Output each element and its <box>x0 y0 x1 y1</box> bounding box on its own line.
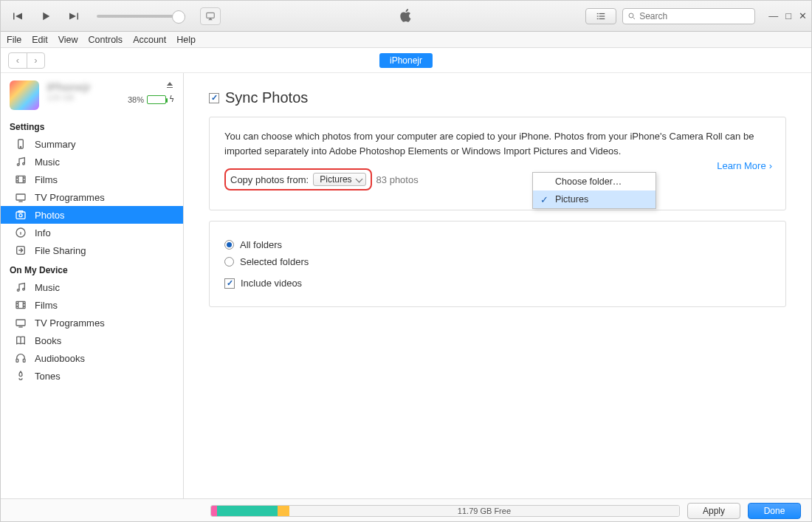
battery-icon <box>147 95 166 104</box>
menu-choose-folder[interactable]: Choose folder… <box>533 173 656 190</box>
maximize-button[interactable]: □ <box>785 10 791 21</box>
device-pill[interactable]: iPhonejr <box>379 53 433 68</box>
airplay-button[interactable] <box>200 7 221 25</box>
sidebar-item-audiobooks[interactable]: Audiobooks <box>1 349 183 367</box>
search-field[interactable] <box>622 8 755 24</box>
sidebar-item-label: Audiobooks <box>35 353 85 364</box>
battery-status: 38% ϟ <box>128 95 174 104</box>
learn-more-link[interactable]: Learn More› <box>717 160 772 171</box>
films-icon <box>14 299 27 311</box>
previous-button[interactable] <box>5 7 30 26</box>
menubar: File Edit View Controls Account Help <box>1 32 811 48</box>
nav-back-button[interactable]: ‹ <box>9 53 27 68</box>
sidebar-item-tones[interactable]: Tones <box>1 367 183 385</box>
music-icon <box>14 281 27 293</box>
sidebar-item-label: Music <box>35 157 60 168</box>
svg-rect-22 <box>16 320 25 326</box>
highlight-ring: Copy photos from: Pictures <box>224 168 372 190</box>
summary-icon <box>14 138 27 150</box>
sidebar-item-info[interactable]: Info <box>1 224 183 241</box>
svg-point-11 <box>23 162 25 165</box>
sidebar-item-music[interactable]: Music <box>1 278 183 296</box>
music-icon <box>14 156 27 168</box>
menu-file[interactable]: File <box>7 35 21 45</box>
source-dropdown[interactable]: Pictures <box>313 173 365 186</box>
sidebar: iPhonejr 128 GB 38% ϟ Settings SummaryMu… <box>1 73 184 498</box>
sidebar-item-label: Films <box>35 300 58 311</box>
svg-point-9 <box>20 146 21 147</box>
svg-rect-6 <box>599 18 605 18</box>
copy-from-row: Copy photos from: Pictures 83 photos <box>224 168 771 190</box>
menu-pictures[interactable]: Pictures <box>533 190 656 208</box>
svg-rect-12 <box>16 176 25 182</box>
sidebar-item-films[interactable]: Films <box>1 296 183 314</box>
source-dropdown-menu: Choose folder… Pictures <box>532 172 656 209</box>
tones-icon <box>14 370 27 382</box>
sidebar-item-summary[interactable]: Summary <box>1 135 183 153</box>
sync-description: You can choose which photos from your co… <box>224 129 771 158</box>
sidebar-item-tv-programmes[interactable]: TV Programmes <box>1 188 183 206</box>
playback-controls <box>5 7 221 26</box>
svg-point-20 <box>23 288 25 290</box>
apple-logo-icon <box>398 7 414 25</box>
sync-photos-title: Sync Photos <box>225 89 308 106</box>
sidebar-item-label: Info <box>35 227 51 238</box>
play-button[interactable] <box>33 7 58 26</box>
menu-account[interactable]: Account <box>133 35 166 45</box>
svg-rect-3 <box>597 16 599 16</box>
titlebar-right: — □ ✕ <box>585 8 807 24</box>
next-button[interactable] <box>61 7 86 26</box>
svg-rect-4 <box>599 16 605 16</box>
close-button[interactable]: ✕ <box>799 10 807 21</box>
volume-slider[interactable] <box>97 15 185 18</box>
menu-controls[interactable]: Controls <box>89 35 123 45</box>
books-icon <box>14 334 27 346</box>
sidebar-item-photos[interactable]: Photos <box>1 206 183 224</box>
radio-selected-folders[interactable] <box>224 257 234 267</box>
sidebar-settings-title: Settings <box>1 116 183 135</box>
tv-icon <box>14 191 27 203</box>
fileshare-icon <box>14 244 27 256</box>
info-icon <box>14 227 27 238</box>
sidebar-item-music[interactable]: Music <box>1 153 183 171</box>
storage-seg-photos <box>211 506 217 516</box>
menu-edit[interactable]: Edit <box>32 35 48 45</box>
sidebar-item-label: Books <box>35 335 61 346</box>
apply-button[interactable]: Apply <box>687 503 740 519</box>
radio-all-folders[interactable] <box>224 240 234 250</box>
window-controls: — □ ✕ <box>768 10 807 21</box>
nav-row: ‹ › iPhonejr <box>1 48 811 73</box>
sidebar-item-books[interactable]: Books <box>1 332 183 349</box>
photos-icon <box>14 209 27 221</box>
sidebar-item-file-sharing[interactable]: File Sharing <box>1 241 183 259</box>
storage-bar: 11.79 GB Free <box>210 505 680 517</box>
sidebar-item-label: TV Programmes <box>35 192 105 203</box>
sidebar-item-label: File Sharing <box>35 245 86 256</box>
svg-rect-21 <box>16 301 25 308</box>
menu-help[interactable]: Help <box>176 35 196 45</box>
svg-rect-2 <box>599 13 605 13</box>
search-input[interactable] <box>639 11 750 21</box>
storage-seg-apps <box>217 506 278 516</box>
audiobooks-icon <box>14 352 27 364</box>
list-view-button[interactable] <box>585 8 616 24</box>
sidebar-item-tv-programmes[interactable]: TV Programmes <box>1 314 183 332</box>
films-icon <box>14 174 27 185</box>
eject-icon[interactable] <box>165 80 174 92</box>
content-area: Sync Photos You can choose which photos … <box>184 73 811 498</box>
minimize-button[interactable]: — <box>768 10 778 21</box>
sidebar-item-films[interactable]: Films <box>1 171 183 188</box>
sync-options-panel: All folders Selected folders Include vid… <box>209 221 786 307</box>
nav-forward-button[interactable]: › <box>27 53 44 68</box>
sidebar-item-label: Summary <box>35 139 76 150</box>
svg-rect-0 <box>207 13 215 18</box>
sync-heading: Sync Photos <box>209 89 786 106</box>
search-icon <box>627 12 636 21</box>
include-videos-label: Include videos <box>241 278 302 289</box>
nav-back-forward: ‹ › <box>8 52 45 69</box>
sync-photos-checkbox[interactable] <box>209 93 219 103</box>
menu-view[interactable]: View <box>58 35 78 45</box>
tv-icon <box>14 317 27 329</box>
done-button[interactable]: Done <box>748 503 801 519</box>
include-videos-checkbox[interactable] <box>224 278 235 289</box>
